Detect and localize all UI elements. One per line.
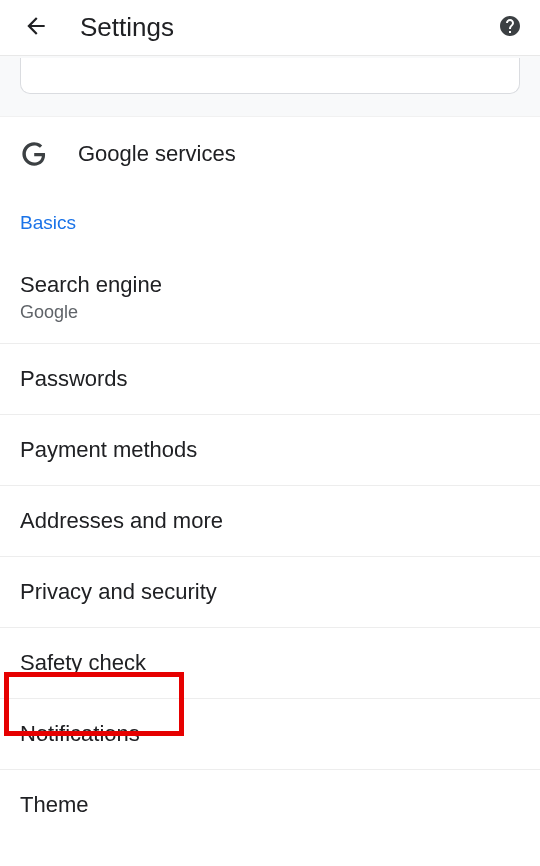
settings-item-privacy-security[interactable]: Privacy and security: [0, 557, 540, 628]
settings-item-passwords[interactable]: Passwords: [0, 344, 540, 415]
item-title: Privacy and security: [20, 579, 520, 605]
item-title: Notifications: [20, 721, 520, 747]
settings-item-payment-methods[interactable]: Payment methods: [0, 415, 540, 486]
item-title: Theme: [20, 792, 520, 818]
item-subtitle: Google: [20, 302, 520, 323]
back-button[interactable]: [16, 8, 56, 48]
page-title: Settings: [80, 12, 496, 43]
item-title: Passwords: [20, 366, 520, 392]
google-g-icon: [20, 140, 60, 168]
content-area: Google services Basics Search engine Goo…: [0, 56, 540, 828]
google-services-item[interactable]: Google services: [0, 116, 540, 190]
help-icon: [498, 14, 522, 42]
settings-item-search-engine[interactable]: Search engine Google: [0, 252, 540, 344]
settings-item-notifications[interactable]: Notifications: [0, 699, 540, 770]
item-title: Safety check: [20, 650, 520, 676]
item-title: Payment methods: [20, 437, 520, 463]
app-header: Settings: [0, 0, 540, 56]
item-title: Search engine: [20, 272, 520, 298]
back-arrow-icon: [23, 13, 49, 43]
settings-item-safety-check[interactable]: Safety check: [0, 628, 540, 699]
google-services-label: Google services: [78, 141, 236, 167]
settings-item-theme[interactable]: Theme: [0, 770, 540, 828]
item-title: Addresses and more: [20, 508, 520, 534]
help-button[interactable]: [496, 14, 524, 42]
sync-card-bottom[interactable]: [20, 58, 520, 94]
settings-item-addresses[interactable]: Addresses and more: [0, 486, 540, 557]
section-header-basics: Basics: [0, 190, 540, 252]
